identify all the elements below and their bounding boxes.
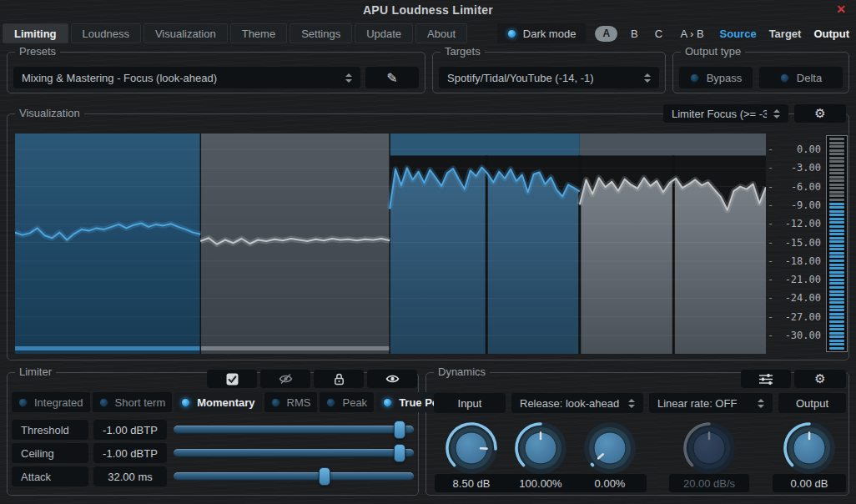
release-amount-value[interactable]: 100.00% <box>504 474 577 492</box>
release-amount-knob[interactable] <box>513 421 568 476</box>
limiter-lock-button[interactable] <box>314 370 364 388</box>
slider-handle[interactable] <box>394 421 405 439</box>
meter-segment <box>829 305 844 308</box>
dynamics-amount-knob[interactable] <box>582 421 637 476</box>
tab-visualization[interactable]: Visualization <box>144 23 228 43</box>
meter-segment <box>829 172 844 174</box>
release-select[interactable]: Release: look-ahead <box>511 393 643 413</box>
meter-segment <box>829 142 844 144</box>
dark-mode-toggle[interactable]: Dark mode <box>497 23 587 43</box>
threshold-slider[interactable] <box>174 420 414 440</box>
meter-segment <box>829 229 844 232</box>
input-gain-knob[interactable] <box>444 421 499 476</box>
meter-segment <box>829 275 844 277</box>
measure-label: Short term <box>115 396 166 409</box>
meter-segment <box>829 244 844 247</box>
linear-rate-value[interactable]: 20.00 dB/s <box>669 474 749 492</box>
meter-segment <box>829 221 844 224</box>
measure-momentary[interactable]: Momentary <box>174 392 261 412</box>
measure-peak[interactable]: Peak <box>320 392 374 412</box>
meter-segment <box>829 191 844 194</box>
meter-segment <box>829 160 844 163</box>
target-select[interactable]: Spotify/Tidal/YouTube (-14, -1) <box>439 67 659 88</box>
ab-slot-a[interactable]: A <box>595 26 617 42</box>
measure-mode-row: Integrated Short term Momentary RMS Peak… <box>12 392 414 412</box>
limiter-enable-button[interactable] <box>207 370 257 388</box>
title-bar: APU Loudness Limiter ✕ <box>0 0 856 22</box>
spinner-icon <box>628 399 635 408</box>
measure-led-icon <box>181 398 190 407</box>
tab-settings[interactable]: Settings <box>290 23 352 43</box>
slider-track[interactable] <box>174 472 414 481</box>
measure-led-icon <box>99 398 108 407</box>
tab-loudness[interactable]: Loudness <box>71 23 141 43</box>
linear-rate-select[interactable]: Linear rate: OFF <box>649 393 773 413</box>
meter-segment <box>829 267 844 270</box>
visualization-settings-button[interactable]: ⚙ <box>794 104 846 123</box>
tab-about[interactable]: About <box>415 23 467 43</box>
checkbox-checked-icon <box>226 373 239 386</box>
monitor-source-button[interactable]: Source <box>718 28 758 40</box>
meter-segment <box>829 248 844 250</box>
bypass-toggle[interactable]: Bypass <box>679 67 753 88</box>
gear-icon: ⚙ <box>814 106 825 121</box>
slider-handle[interactable] <box>319 467 330 486</box>
dynamics-amount-value[interactable]: 0.00% <box>573 474 647 492</box>
meter-segment <box>829 169 844 171</box>
output-type-legend: Output type <box>681 45 745 58</box>
meter-segment <box>829 237 844 239</box>
plugin-window: APU Loudness Limiter ✕ Limiting Loudness… <box>0 0 856 504</box>
meter-segment <box>829 214 844 216</box>
lock-icon <box>334 373 345 386</box>
dynamics-settings-button[interactable]: ⚙ <box>794 370 846 388</box>
ceiling-label: Ceiling <box>12 443 88 463</box>
limiter-legend: Limiter <box>15 365 56 378</box>
tab-update[interactable]: Update <box>355 23 413 43</box>
ab-slot-c[interactable]: C <box>651 28 666 40</box>
slider-handle[interactable] <box>394 444 405 462</box>
spinner-icon <box>773 109 780 118</box>
limiter-hide-source-button[interactable] <box>260 370 310 388</box>
preset-selected-value: Mixing & Mastering - Focus (look-ahead) <box>22 72 339 84</box>
ceiling-value[interactable]: -1.00 dBTP <box>93 443 167 463</box>
attack-value[interactable]: 32.00 ms <box>93 466 167 486</box>
axis-label: --24.00 <box>768 292 821 304</box>
tab-limiting[interactable]: Limiting <box>3 23 68 43</box>
ab-copy-button[interactable]: A › B <box>675 28 708 40</box>
preset-edit-button[interactable]: ✎ <box>365 67 419 88</box>
dark-mode-led-icon <box>507 29 516 38</box>
ab-slot-b[interactable]: B <box>627 28 642 40</box>
visualization-legend: Visualization <box>15 107 84 119</box>
measure-rms[interactable]: RMS <box>264 392 318 412</box>
meter-segment <box>829 298 844 300</box>
delta-toggle[interactable]: Delta <box>759 67 843 88</box>
tune-icon <box>758 373 773 385</box>
output-gain-knob[interactable] <box>782 421 837 476</box>
measure-short-term[interactable]: Short term <box>93 392 173 412</box>
gear-icon: ⚙ <box>814 371 825 386</box>
slider-track[interactable] <box>174 426 414 434</box>
measure-led-icon <box>383 398 392 407</box>
meter-segment <box>829 279 844 281</box>
measure-integrated[interactable]: Integrated <box>12 392 90 412</box>
limiter-focus-select[interactable]: Limiter Focus (>= -30) <box>663 104 788 123</box>
threshold-label: Threshold <box>12 420 88 440</box>
limiter-show-button[interactable] <box>367 370 417 388</box>
axis-label: -0.00 <box>768 144 821 155</box>
tab-theme[interactable]: Theme <box>230 23 287 43</box>
delta-label: Delta <box>797 72 822 84</box>
close-icon[interactable]: ✕ <box>836 3 846 16</box>
dynamics-legend: Dynamics <box>434 365 490 378</box>
slider-track[interactable] <box>174 449 414 457</box>
meter-segment <box>829 343 844 345</box>
preset-select[interactable]: Mixing & Mastering - Focus (look-ahead) <box>13 67 360 88</box>
dynamics-tune-button[interactable] <box>741 370 791 388</box>
input-gain-value[interactable]: 8.50 dB <box>435 474 508 492</box>
ceiling-slider[interactable] <box>174 443 414 463</box>
linear-rate-knob[interactable] <box>682 421 737 476</box>
attack-slider[interactable] <box>174 466 414 486</box>
monitor-output-button[interactable]: Output <box>812 28 851 40</box>
output-gain-value[interactable]: 0.00 dB <box>773 474 846 492</box>
threshold-value[interactable]: -1.00 dBTP <box>93 420 167 440</box>
monitor-target-button[interactable]: Target <box>768 28 803 40</box>
